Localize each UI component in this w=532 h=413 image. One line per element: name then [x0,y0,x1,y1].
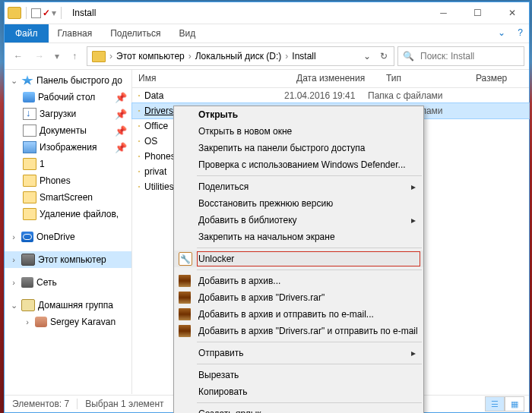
qat-properties-icon[interactable] [31,8,41,18]
sidebar-quick-access[interactable]: ⌄Панель быстрого до [5,72,131,89]
pin-icon: 📌 [115,92,127,103]
ctx-archive-name-email[interactable]: Добавить в архив "Drivers.rar" и отправи… [174,323,423,339]
sidebar-user[interactable]: ›Sergey Karavan [5,314,131,330]
sidebar-label: Этот компьютер [38,254,106,265]
minimize-button[interactable]: ─ [426,2,461,24]
address-dropdown-icon[interactable]: ⌄ [359,51,375,61]
search-icon: 🔍 [398,51,419,61]
view-icons-button[interactable]: ▦ [505,396,524,411]
ctx-share[interactable]: Поделиться▸ [174,178,423,195]
sidebar-label: Удаление файлов, [40,209,119,219]
ctx-restore-version[interactable]: Восстановить прежнюю версию [174,195,423,212]
sidebar-label: Панель быстрого до [36,75,122,86]
navigation-bar: ← → ▾ ↑ › Этот компьютер › Локальный дис… [5,43,529,70]
refresh-icon[interactable]: ↻ [375,51,392,61]
sidebar-label: Загрузки [40,109,76,119]
breadcrumb[interactable]: Install [289,51,318,61]
sidebar-label: Домашняя группа [38,300,113,311]
pin-icon: 📌 [115,109,127,120]
ctx-create-shortcut[interactable]: Создать ярлык [174,405,423,413]
folder-icon [138,95,140,96]
tab-view[interactable]: Вид [169,24,204,43]
ctx-unlocker[interactable]: 🔧Unlocker [174,251,423,267]
search-box[interactable]: 🔍 [397,46,524,66]
view-details-button[interactable]: ☰ [485,396,505,411]
ctx-copy[interactable]: Копировать [174,383,423,400]
col-name[interactable]: Имя [132,73,290,84]
sidebar-onedrive[interactable]: ›OneDrive [5,229,131,245]
folder-icon [138,140,140,142]
tab-share[interactable]: Поделиться [101,24,169,43]
back-button[interactable]: ← [9,47,27,65]
file-row[interactable]: Data21.04.2016 19:41Папка с файлами [132,88,529,103]
forward-button[interactable]: → [30,47,49,65]
maximize-button[interactable]: ☐ [461,2,495,24]
sidebar-folder-1[interactable]: 1 [5,156,131,172]
winrar-icon [179,308,191,320]
context-menu: Открыть Открыть в новом окне Закрепить н… [173,106,424,413]
up-button[interactable]: ↑ [65,47,84,65]
col-size[interactable]: Размер [470,73,529,84]
ctx-cut[interactable]: Вырезать [174,367,423,383]
close-button[interactable]: ✕ [495,2,529,24]
search-input[interactable] [419,50,513,62]
sidebar-downloads[interactable]: Загрузки📌 [5,106,131,122]
folder-icon [138,156,140,157]
sidebar-network[interactable]: ›Сеть [5,274,131,291]
window-title: Install [68,8,426,18]
sidebar-folder-smartscreen[interactable]: SmartScreen [5,189,131,206]
sidebar-pictures[interactable]: Изображения📌 [5,139,131,156]
ctx-open-new-window[interactable]: Открыть в новом окне [174,123,423,140]
tab-home[interactable]: Главная [49,24,102,43]
breadcrumb[interactable]: Этот компьютер [113,51,188,61]
sidebar-homegroup[interactable]: ⌄Домашняя группа [5,297,131,314]
sidebar-documents[interactable]: Документы📌 [5,122,131,139]
sidebar-label: Рабочий стол [38,92,95,102]
ctx-open[interactable]: Открыть [174,106,423,123]
submenu-arrow-icon: ▸ [411,215,416,225]
ctx-defender-scan[interactable]: Проверка с использованием Windows Defend… [174,156,423,173]
folder-icon [138,110,140,112]
sidebar-folder-delete[interactable]: Удаление файлов, [5,206,131,222]
ctx-send-to[interactable]: Отправить▸ [174,345,423,361]
column-headers: Имя Дата изменения Тип Размер [132,69,529,88]
unlocker-icon: 🔧 [179,252,192,266]
winrar-icon [179,275,191,287]
status-count: Элементов: 7 [5,399,77,409]
submenu-arrow-icon: ▸ [411,348,416,358]
ribbon-expand-icon[interactable]: ⌄ [492,24,511,43]
address-bar[interactable]: › Этот компьютер › Локальный диск (D:) ›… [87,46,394,66]
title-bar: ✓ ▾ Install ─ ☐ ✕ [5,2,529,24]
submenu-arrow-icon: ▸ [411,181,416,192]
breadcrumb[interactable]: Локальный диск (D:) [192,51,285,61]
sidebar-label: SmartScreen [40,192,93,203]
ctx-add-archive[interactable]: Добавить в архив... [174,273,423,289]
address-folder-icon [92,51,106,62]
ctx-archive-email[interactable]: Добавить в архив и отправить по e-mail..… [174,306,423,323]
ctx-include-library[interactable]: Добавить в библиотеку▸ [174,212,423,229]
folder-icon [138,125,140,127]
sidebar-label: 1 [40,159,45,169]
winrar-icon [179,292,191,304]
sidebar-label: Изображения [40,142,97,153]
qat-dropdown-icon[interactable]: ▾ [52,8,56,18]
ctx-add-archive-name[interactable]: Добавить в архив "Drivers.rar" [174,289,423,306]
sidebar-desktop[interactable]: Рабочий стол📌 [5,89,131,106]
col-type[interactable]: Тип [380,73,470,84]
ctx-pin-start[interactable]: Закрепить на начальном экране [174,229,423,245]
qat-check-icon[interactable]: ✓ [43,8,50,18]
sidebar-label: Sergey Karavan [50,317,116,327]
ribbon-tabs: Файл Главная Поделиться Вид ⌄ ? [5,24,529,43]
recent-dropdown[interactable]: ▾ [52,47,62,65]
app-icon[interactable] [8,7,21,19]
sidebar-folder-phones[interactable]: Phones [5,172,131,189]
folder-icon [138,171,140,172]
explorer-window: ✓ ▾ Install ─ ☐ ✕ Файл Главная Поделитьс… [4,2,530,413]
winrar-icon [179,325,191,337]
sidebar-this-pc[interactable]: ›Этот компьютер [5,251,131,268]
tab-file[interactable]: Файл [5,24,49,43]
help-icon[interactable]: ? [511,24,529,43]
pin-icon: 📌 [115,125,127,137]
ctx-pin-quickaccess[interactable]: Закрепить на панели быстрого доступа [174,140,423,156]
col-date[interactable]: Дата изменения [290,73,380,84]
